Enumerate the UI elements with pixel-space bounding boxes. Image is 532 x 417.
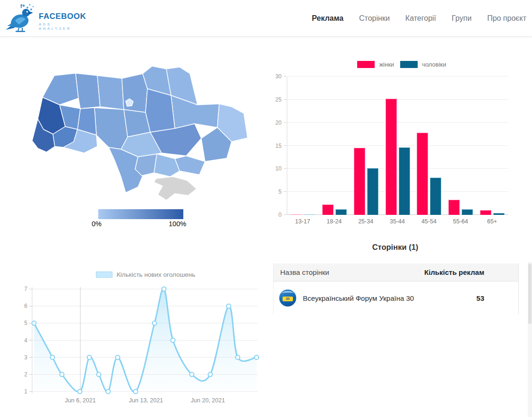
data-point-12[interactable]	[190, 372, 194, 376]
data-point-0[interactable]	[32, 321, 36, 325]
x-tick-label: 25-34	[350, 218, 382, 225]
y-tick-label: 6	[24, 303, 27, 309]
bar-жінки-13-17	[291, 214, 302, 215]
bar-жінки-18-24[interactable]	[322, 204, 334, 215]
y-tick-label: 10	[275, 165, 282, 172]
bar-group-55-64	[445, 77, 477, 215]
y-tick-label: 5	[278, 188, 282, 195]
x-tick-label: Jun 13, 2021	[129, 397, 163, 404]
bar-group-13-17	[287, 77, 319, 215]
x-tick-label: 45-54	[413, 218, 445, 225]
bar-chart-x-labels: 13-1718-2425-3435-4445-5455-6465+	[287, 218, 508, 225]
nav-item-categories[interactable]: Категорії	[405, 14, 436, 23]
y-tick-label: 2	[24, 371, 27, 378]
nav-item-ads[interactable]: Реклама	[312, 14, 343, 23]
y-tick-label: 3	[24, 354, 27, 361]
data-point-5[interactable]	[97, 372, 101, 376]
legend-label-women: жінки	[379, 61, 394, 68]
bar-chart-plot[interactable]	[287, 77, 508, 215]
bar-чоловіки-18-24[interactable]	[335, 209, 347, 215]
nav-item-pages[interactable]: Сторінки	[359, 14, 390, 23]
bar-жінки-65+[interactable]	[480, 210, 491, 215]
timeline-legend-swatch	[96, 272, 112, 278]
y-tick-mark	[284, 214, 286, 215]
data-point-10[interactable]	[162, 287, 166, 291]
y-tick-label: 20	[275, 119, 282, 126]
data-point-14[interactable]	[227, 304, 231, 308]
data-point-8[interactable]	[134, 390, 138, 394]
nav-item-groups[interactable]: Групи	[452, 14, 472, 23]
map-region-rivne[interactable]	[76, 73, 100, 109]
logo[interactable]: f FACEBOOK ADS ANALYZER	[5, 2, 85, 34]
bar-chart-y-axis: 051015202530	[272, 77, 286, 215]
y-tick-label: 5	[24, 320, 27, 326]
bar-group-45-54	[413, 77, 445, 215]
bar-чоловіки-45-54[interactable]	[430, 178, 441, 215]
bar-chart-legend: жінки чоловіки	[272, 61, 532, 68]
bar-чоловіки-25-34[interactable]	[367, 168, 378, 215]
x-tick-label: Jun 6, 2021	[65, 397, 95, 404]
data-point-4[interactable]	[87, 355, 92, 359]
map-region-kherson[interactable]	[154, 154, 180, 177]
logo-subtitle: ADS ANALYZER	[39, 22, 86, 31]
y-tick-label: 0	[278, 212, 282, 218]
bar-жінки-55-64[interactable]	[448, 200, 460, 215]
data-point-13[interactable]	[208, 372, 213, 376]
bar-group-65+	[476, 77, 508, 215]
data-point-15[interactable]	[236, 355, 240, 359]
nav-item-about[interactable]: Про проєкт	[487, 14, 526, 23]
table-row[interactable]: 30 Всеукраїнський Форум Україна 30 53	[274, 281, 518, 315]
bar-чоловіки-35-44[interactable]	[399, 147, 410, 215]
map-region-vinnytsia[interactable]	[94, 108, 128, 149]
map-region-zaporizhzhia[interactable]	[175, 156, 205, 175]
map-legend-gradient	[98, 209, 183, 219]
map-legend-max-label: 100%	[169, 220, 186, 228]
y-tick-label: 1	[24, 388, 27, 395]
y-tick-label: 15	[275, 143, 282, 149]
y-tick-label: 4	[24, 337, 27, 344]
data-point-11[interactable]	[171, 338, 175, 342]
data-point-2[interactable]	[60, 372, 64, 376]
bird-logo-icon: f	[5, 2, 38, 33]
y-tick-label: 7	[24, 286, 27, 292]
data-point-9[interactable]	[153, 321, 157, 325]
data-point-16[interactable]	[255, 355, 259, 359]
y-tick-label: 30	[275, 73, 282, 80]
bar-жінки-45-54[interactable]	[417, 133, 428, 215]
data-point-3[interactable]	[78, 390, 82, 394]
map-legend-min-label: 0%	[92, 220, 102, 228]
y-tick-mark	[284, 99, 286, 100]
bar-чоловіки-13-17	[304, 214, 315, 215]
data-point-1[interactable]	[51, 355, 55, 359]
right-column: жінки чоловіки 051015202530 13-1718-2425…	[272, 43, 532, 417]
facebook-ads-analyzer-page: { "header": { "logo": { "title": "FACEBO…	[0, 0, 532, 417]
x-tick-label: 65+	[476, 218, 508, 225]
main-nav: Реклама Сторінки Категорії Групи Про про…	[312, 0, 526, 37]
ukraine-choropleth-map	[28, 61, 250, 208]
page-name: Всеукраїнський Форум Україна 30	[303, 294, 476, 302]
data-point-7[interactable]	[116, 355, 120, 359]
new-ads-line-chart[interactable]: 1234567Jun 6, 2021Jun 13, 2021Jun 20, 20…	[19, 284, 265, 408]
map-region-mykolaiv[interactable]	[135, 154, 157, 176]
bar-чоловіки-65+[interactable]	[493, 213, 505, 215]
data-point-6[interactable]	[106, 390, 111, 394]
logo-title: FACEBOOK	[39, 12, 86, 21]
bar-чоловіки-55-64[interactable]	[462, 209, 473, 215]
timeline-legend: Кількість нових оголошень	[96, 271, 195, 278]
y-tick-mark	[284, 76, 286, 77]
map-region-poltava[interactable]	[146, 89, 175, 132]
y-tick-mark	[284, 122, 286, 123]
map-region-crimea[interactable]	[154, 177, 197, 200]
x-tick-label: Jun 20, 2021	[191, 397, 225, 404]
bar-group-18-24	[319, 77, 351, 215]
table-scrollbar-thumb[interactable]	[528, 264, 532, 324]
bar-жінки-25-34[interactable]	[354, 148, 365, 215]
column-header-page-name: Назва сторінки	[280, 268, 424, 276]
map-region-kyiv-oblast[interactable]	[122, 74, 147, 112]
y-tick-mark	[284, 168, 286, 169]
bar-жінки-35-44[interactable]	[386, 99, 397, 215]
ukraine-30-page-avatar: 30	[279, 289, 296, 306]
column-header-ads-count: Кількість реклам	[424, 268, 484, 276]
legend-label-men: чоловіки	[422, 61, 446, 68]
map-region-zhytomyr[interactable]	[97, 76, 124, 110]
